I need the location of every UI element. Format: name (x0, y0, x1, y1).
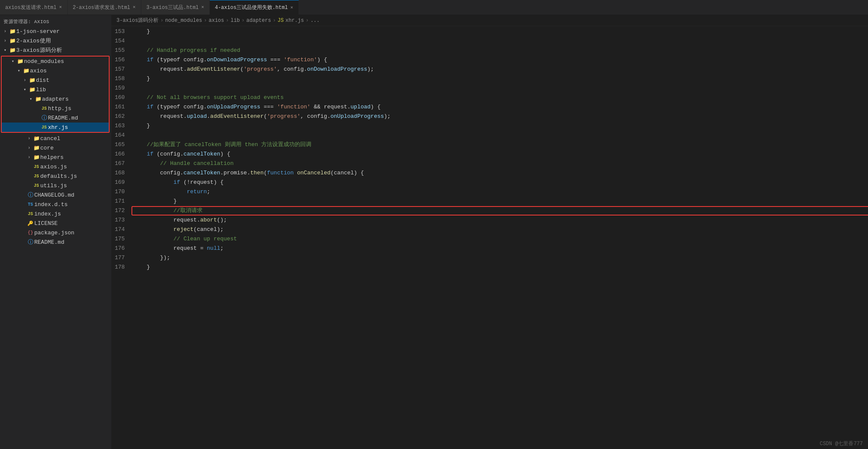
token-plain: (typeof config. (153, 57, 207, 63)
token-cm: // Handle progress if needed (133, 47, 240, 54)
token-plain: } (133, 75, 150, 82)
token-plain: request. (133, 217, 200, 223)
sidebar-item-s22[interactable]: {}package.json (0, 228, 111, 237)
info-file-icon: ⓘ (27, 191, 34, 199)
token-prop: cancelToken (183, 170, 220, 176)
attribution: CSDN @七里香777 (820, 440, 863, 447)
chevron-right-icon: › (21, 78, 28, 83)
sidebar-item-s10[interactable]: ⓘREADME.md (2, 113, 109, 123)
sidebar-item-s11[interactable]: JSxhr.js (2, 123, 109, 132)
sidebar-item-s7[interactable]: ▾📁lib (2, 85, 109, 94)
code-line (133, 84, 868, 93)
line-number: 165 (115, 140, 125, 150)
token-kw: if (147, 57, 154, 63)
code-line: request.abort(); (133, 216, 868, 225)
code-line: // Handle cancellation (133, 159, 868, 168)
code-line: if (typeof config.onUploadProgress === '… (133, 102, 868, 112)
token-plain: .promise. (220, 170, 250, 176)
code-line: } (133, 263, 868, 272)
token-plain: config. (133, 170, 183, 176)
code-line: }); (133, 253, 868, 263)
sidebar-item-s16[interactable]: JSdefaults.js (0, 171, 111, 181)
token-prop: upload (351, 104, 371, 110)
sidebar-item-s1[interactable]: ›📁1-json-server (0, 27, 111, 36)
breadcrumb-js-icon: JS (277, 18, 283, 24)
token-cm: // Handle cancellation (133, 160, 233, 167)
code-line: //如果配置了 cancelToken 则调用 then 方法设置成功的回调 (133, 140, 868, 150)
editor-area: 3-axios源码分析 › node_modules › axios › lib… (111, 15, 868, 449)
token-plain (133, 189, 187, 195)
tree-item-label: index.d.ts (34, 201, 111, 208)
token-plain: request. (133, 66, 187, 72)
sidebar-item-s18[interactable]: ⓘCHANGELOG.md (0, 190, 111, 200)
sidebar-item-s20[interactable]: JSindex.js (0, 209, 111, 219)
line-number: 162 (115, 112, 125, 121)
breadcrumb-part: node_modules (165, 18, 202, 24)
token-plain: . (207, 113, 210, 120)
sidebar-item-s21[interactable]: 🔑LICENSE (0, 219, 111, 228)
line-number: 176 (115, 244, 125, 253)
line-number: 168 (115, 168, 125, 178)
token-prop: onDownloadProgress (207, 57, 267, 63)
sidebar-item-s13[interactable]: ›📁core (0, 143, 111, 153)
tree-item-label: xhr.js (48, 124, 109, 131)
sidebar-item-s2[interactable]: ›📁2-axios使用 (0, 36, 111, 45)
token-str: 'function' (284, 57, 317, 63)
sidebar-item-s6[interactable]: ›📁dist (2, 75, 109, 85)
token-fn: addEventListener (210, 113, 264, 120)
tab-label: 3-axios三试品.html (146, 4, 199, 11)
token-plain: , config. (301, 113, 331, 120)
token-plain: request. (133, 113, 187, 120)
sidebar-item-s5[interactable]: ▾📁axios (2, 66, 109, 75)
breadcrumb-sep: › (160, 18, 163, 24)
sidebar-item-s4[interactable]: ▾📁node_modules (2, 57, 109, 66)
tab-axios-trial[interactable]: 3-axios三试品.html × (141, 0, 210, 15)
token-kw: null (207, 245, 220, 251)
js-file-icon: JS (27, 212, 34, 216)
tab-close-icon[interactable]: × (201, 5, 204, 10)
token-cm-zh: //如果配置了 cancelToken 则调用 then 方法设置成功的回调 (133, 141, 311, 148)
sidebar-item-s14[interactable]: ›📁helpers (0, 153, 111, 162)
code-container[interactable]: 1531541551561571581591601611621631641651… (111, 26, 868, 449)
package-file-icon: {} (27, 230, 34, 235)
js-file-icon: JS (40, 106, 48, 111)
sidebar-item-s23[interactable]: ⓘREADME.md (0, 237, 111, 247)
line-number: 159 (115, 84, 125, 93)
sidebar-item-s3[interactable]: ▾📁3-axios源码分析 (0, 45, 111, 55)
chevron-down-icon: ▾ (2, 48, 9, 53)
tab-axios-fail[interactable]: 4-axios三试品使用失败.html × (210, 0, 299, 15)
token-plain: , config. (277, 66, 307, 72)
token-plain: ( (264, 113, 267, 120)
line-number: 174 (115, 225, 125, 234)
code-line: request = null; (133, 244, 868, 253)
tab-axios-request[interactable]: axios发送请求.html × (0, 0, 68, 15)
tab-axios-send[interactable]: 2-axios请求发送.html × (68, 0, 141, 15)
tree-item-label: dist (36, 77, 109, 84)
breadcrumb-part: axios (209, 18, 224, 24)
sidebar-item-s17[interactable]: JSutils.js (0, 181, 111, 190)
tab-close-icon[interactable]: × (59, 5, 62, 10)
chevron-down-icon: ▾ (15, 68, 22, 73)
info-file-icon: ⓘ (27, 238, 34, 246)
token-plain: } (133, 264, 150, 270)
tab-close-icon[interactable]: × (133, 5, 136, 10)
token-fn: addEventListener (187, 66, 240, 72)
sidebar-item-s8[interactable]: ▾📁adapters (2, 94, 109, 104)
sidebar-item-s12[interactable]: ›📁cancel (0, 134, 111, 143)
folder-icon: 📁 (34, 96, 42, 102)
tab-close-icon[interactable]: × (290, 5, 293, 10)
token-plain: === (260, 104, 277, 110)
line-number: 170 (115, 187, 125, 197)
sidebar-item-s19[interactable]: TSindex.d.ts (0, 200, 111, 209)
token-plain: ; (220, 245, 224, 251)
token-plain: (typeof config. (153, 104, 207, 110)
token-plain: && request. (310, 104, 351, 110)
tree-item-label: 2-axios使用 (16, 37, 111, 45)
tree-item-label: 1-json-server (16, 28, 111, 35)
info-file-icon: ⓘ (40, 114, 48, 122)
sidebar-item-s15[interactable]: JSaxios.js (0, 162, 111, 171)
sidebar-item-s9[interactable]: JShttp.js (2, 104, 109, 113)
token-fn: onCanceled (297, 170, 331, 176)
line-number: 173 (115, 216, 125, 225)
line-number: 164 (115, 131, 125, 140)
